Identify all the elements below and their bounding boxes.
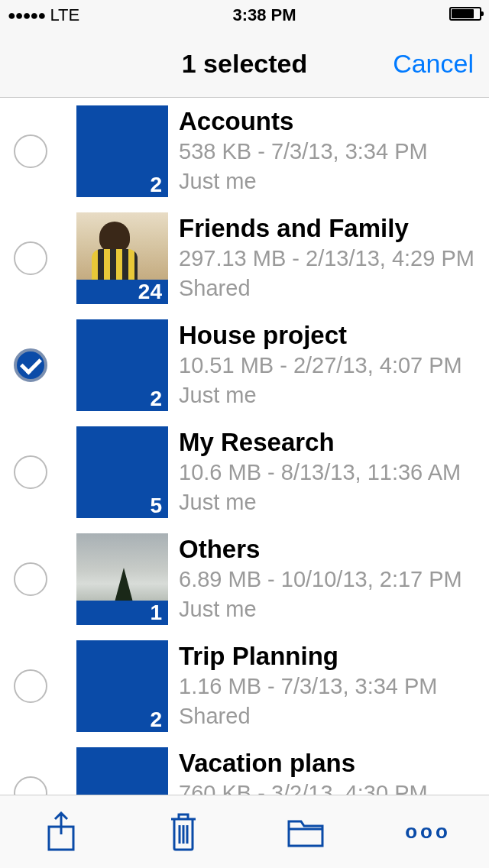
item-sharing: Shared (179, 274, 489, 303)
item-count-badge: 24 (76, 280, 168, 304)
selection-checkbox[interactable] (14, 241, 47, 275)
list-item[interactable]: 2Accounts538 KB - 7/3/13, 3:34 PMJust me (0, 98, 489, 205)
selection-checkbox[interactable] (14, 348, 47, 382)
carrier-label: LTE (50, 5, 79, 25)
item-title: House project (179, 320, 489, 351)
item-meta: 297.13 MB - 2/13/13, 4:29 PM (179, 244, 489, 274)
item-sharing: Just me (179, 167, 489, 196)
item-info: My Research10.6 MB - 8/13/13, 11:36 AMJu… (179, 427, 489, 517)
item-meta: 10.51 MB - 2/27/13, 4:07 PM (179, 351, 489, 381)
item-count-badge: 2 (76, 173, 168, 197)
page-title: 1 selected (182, 49, 307, 79)
more-icon: ooo (405, 820, 451, 844)
item-title: Vacation plans (179, 748, 489, 779)
item-title: Accounts (179, 106, 489, 137)
selection-checkbox[interactable] (14, 669, 47, 703)
nav-bar: 1 selected Cancel (0, 31, 489, 98)
trash-icon (167, 811, 200, 853)
list-item[interactable]: 1Others6.89 MB - 10/10/13, 2:17 PMJust m… (0, 526, 489, 633)
album-thumbnail[interactable]: 2 (76, 319, 168, 411)
item-info: House project10.51 MB - 2/27/13, 4:07 PM… (179, 320, 489, 410)
move-button[interactable] (283, 809, 329, 855)
album-thumbnail[interactable]: 2 (76, 105, 168, 197)
item-sharing: Shared (179, 701, 489, 731)
item-title: Others (179, 534, 489, 565)
album-thumbnail[interactable]: 24 (76, 212, 168, 304)
selection-checkbox[interactable] (14, 455, 47, 489)
item-info: Others6.89 MB - 10/10/13, 2:17 PMJust me (179, 534, 489, 624)
item-sharing: Just me (179, 594, 489, 624)
item-meta: 10.6 MB - 8/13/13, 11:36 AM (179, 458, 489, 487)
selection-checkbox[interactable] (14, 562, 47, 596)
item-count-badge: 2 (76, 387, 168, 411)
item-meta: 1.16 MB - 7/3/13, 3:34 PM (179, 672, 489, 701)
item-info: Accounts538 KB - 7/3/13, 3:34 PMJust me (179, 106, 489, 196)
album-list: 2Accounts538 KB - 7/3/13, 3:34 PMJust me… (0, 98, 489, 847)
item-count-badge: 2 (76, 708, 168, 732)
delete-button[interactable] (160, 809, 206, 855)
item-info: Trip Planning1.16 MB - 7/3/13, 3:34 PMSh… (179, 641, 489, 731)
album-thumbnail[interactable]: 5 (76, 426, 168, 518)
item-info: Friends and Family297.13 MB - 2/13/13, 4… (179, 213, 489, 303)
toolbar: ooo (0, 795, 489, 868)
battery-icon (449, 7, 481, 21)
item-count-badge: 5 (76, 494, 168, 518)
status-left: ●●●●● LTE (8, 5, 79, 25)
share-icon (44, 811, 78, 853)
share-button[interactable] (38, 809, 84, 855)
item-title: Trip Planning (179, 641, 489, 672)
item-meta: 538 KB - 7/3/13, 3:34 PM (179, 137, 489, 167)
cancel-button[interactable]: Cancel (393, 49, 474, 79)
folder-icon (286, 815, 325, 849)
album-thumbnail[interactable]: 2 (76, 640, 168, 732)
item-count-badge: 1 (76, 601, 168, 625)
item-title: My Research (179, 427, 489, 458)
status-time: 3:38 PM (232, 5, 296, 25)
item-sharing: Just me (179, 381, 489, 410)
item-meta: 6.89 MB - 10/10/13, 2:17 PM (179, 565, 489, 594)
list-item[interactable]: 5My Research10.6 MB - 8/13/13, 11:36 AMJ… (0, 419, 489, 526)
album-thumbnail[interactable]: 1 (76, 533, 168, 625)
signal-dots-icon: ●●●●● (8, 8, 45, 24)
list-item[interactable]: 2Trip Planning1.16 MB - 7/3/13, 3:34 PMS… (0, 633, 489, 740)
list-item[interactable]: 24Friends and Family297.13 MB - 2/13/13,… (0, 205, 489, 312)
status-right (449, 5, 481, 25)
more-button[interactable]: ooo (405, 809, 451, 855)
list-item[interactable]: 2House project10.51 MB - 2/27/13, 4:07 P… (0, 312, 489, 419)
selection-checkbox[interactable] (14, 134, 47, 168)
status-bar: ●●●●● LTE 3:38 PM (0, 0, 489, 31)
item-sharing: Just me (179, 487, 489, 517)
item-title: Friends and Family (179, 213, 489, 244)
